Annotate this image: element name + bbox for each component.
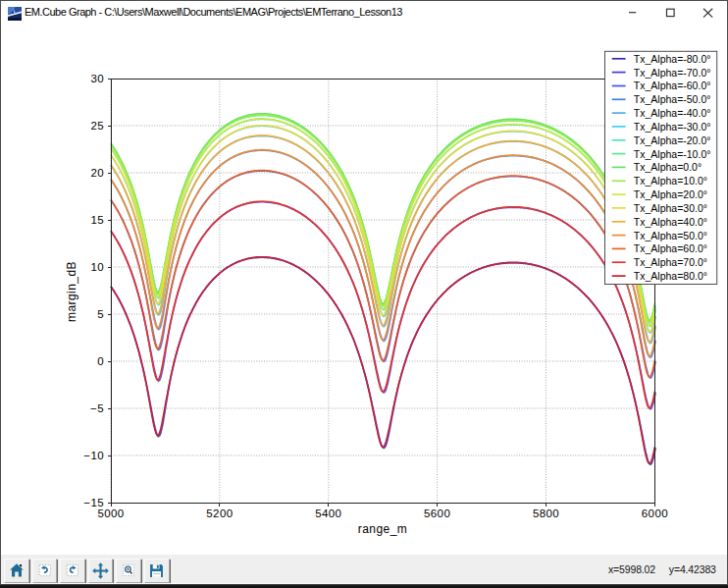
svg-text:Tx_Alpha=80.0°: Tx_Alpha=80.0°	[634, 270, 707, 282]
svg-text:Tx_Alpha=-30.0°: Tx_Alpha=-30.0°	[634, 121, 711, 133]
svg-text:5800: 5800	[533, 508, 559, 519]
svg-text:Tx_Alpha=-40.0°: Tx_Alpha=-40.0°	[634, 107, 711, 119]
svg-text:Tx_Alpha=20.0°: Tx_Alpha=20.0°	[634, 188, 707, 200]
svg-text:10: 10	[90, 261, 104, 273]
svg-text:Tx_Alpha=-20.0°: Tx_Alpha=-20.0°	[634, 134, 711, 146]
svg-text:Tx_Alpha=-50.0°: Tx_Alpha=-50.0°	[634, 93, 711, 105]
svg-text:Tx_Alpha=-60.0°: Tx_Alpha=-60.0°	[634, 80, 711, 91]
svg-text:6000: 6000	[642, 508, 668, 519]
svg-text:30: 30	[90, 73, 104, 84]
svg-text:5000: 5000	[97, 508, 124, 519]
svg-text:−15: −15	[83, 497, 104, 508]
svg-text:range_m: range_m	[358, 522, 408, 536]
svg-text:5600: 5600	[424, 508, 450, 519]
svg-text:5: 5	[97, 308, 104, 320]
svg-text:Tx_Alpha=60.0°: Tx_Alpha=60.0°	[634, 242, 707, 254]
svg-text:Tx_Alpha=50.0°: Tx_Alpha=50.0°	[634, 230, 707, 241]
svg-text:−10: −10	[83, 450, 104, 461]
svg-text:Tx_Alpha=10.0°: Tx_Alpha=10.0°	[634, 175, 707, 187]
svg-text:Tx_Alpha=-70.0°: Tx_Alpha=-70.0°	[634, 67, 711, 79]
svg-text:Tx_Alpha=0.0°: Tx_Alpha=0.0°	[634, 161, 702, 173]
svg-text:25: 25	[90, 120, 104, 132]
svg-text:0: 0	[97, 355, 104, 367]
svg-text:5200: 5200	[206, 508, 233, 519]
svg-text:Tx_Alpha=40.0°: Tx_Alpha=40.0°	[634, 216, 707, 228]
svg-text:20: 20	[90, 167, 104, 179]
svg-text:margin_dB: margin_dB	[65, 261, 78, 322]
svg-text:−5: −5	[90, 402, 104, 414]
svg-text:Tx_Alpha=-80.0°: Tx_Alpha=-80.0°	[634, 53, 711, 65]
svg-text:Tx_Alpha=30.0°: Tx_Alpha=30.0°	[634, 202, 707, 214]
svg-text:Tx_Alpha=70.0°: Tx_Alpha=70.0°	[634, 256, 707, 268]
svg-text:5400: 5400	[315, 508, 341, 519]
svg-text:15: 15	[90, 214, 104, 226]
svg-text:Tx_Alpha=-10.0°: Tx_Alpha=-10.0°	[634, 148, 711, 160]
